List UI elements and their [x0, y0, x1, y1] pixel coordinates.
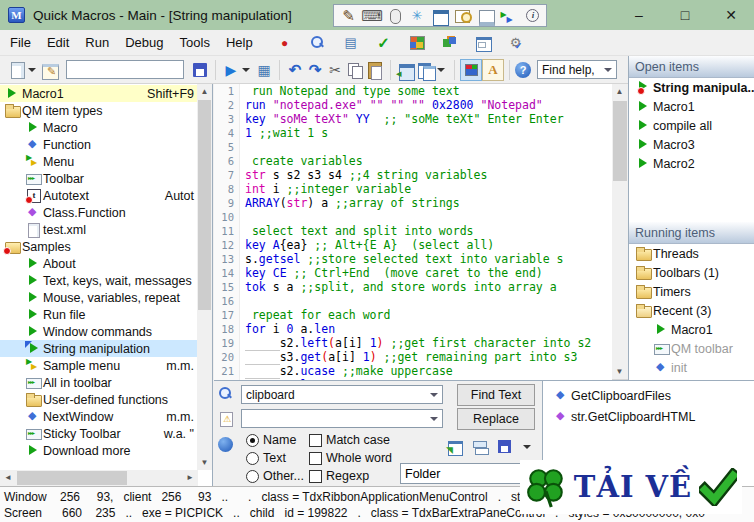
tree-item[interactable]: Run file — [0, 306, 197, 323]
scroll-down-icon[interactable]: ▼ — [612, 364, 627, 379]
menu-file[interactable]: File — [2, 31, 39, 54]
tree-item[interactable]: Class.Function — [0, 204, 197, 221]
running-item[interactable]: QM toolbar — [629, 339, 754, 358]
radio-text[interactable]: Text — [246, 451, 286, 465]
code-line[interactable]: 12key A{ea} ;; Alt+{E A} (select all) — [214, 238, 612, 252]
code-line[interactable]: 6 create variables — [214, 154, 612, 168]
status-window-icon[interactable] — [476, 7, 496, 24]
record-icon[interactable] — [277, 35, 293, 50]
code-line[interactable]: 15tok s a ;;split, and store words into … — [214, 280, 612, 294]
tree-item[interactable]: Text, keys, wait, messages — [0, 272, 197, 289]
new-item-dropdown-icon[interactable] — [28, 68, 36, 72]
redo-icon[interactable] — [305, 61, 325, 79]
code-line[interactable]: 10 — [214, 210, 612, 224]
open-item[interactable]: compile all — [629, 116, 754, 135]
open-item[interactable]: Macro1 — [629, 97, 754, 116]
code-line[interactable]: 5 — [214, 140, 612, 154]
tree-item[interactable]: Window commands — [0, 323, 197, 340]
tree-item[interactable]: String manipulation — [0, 340, 197, 357]
tree-item[interactable]: Mouse, variables, repeat — [0, 289, 197, 306]
tree-item[interactable]: Sticky Toolbarw.a. " — [0, 425, 197, 442]
running-item[interactable]: Macro1 — [629, 320, 754, 339]
busy-icon[interactable] — [407, 7, 427, 24]
save-icon[interactable] — [190, 61, 210, 79]
panes-icon[interactable] — [471, 439, 489, 455]
search-combo[interactable]: clipboard — [241, 385, 443, 404]
code-line[interactable]: 18for i 0 a.len — [214, 322, 612, 336]
open-item[interactable]: String manipula... — [629, 78, 754, 97]
menu-tools[interactable]: Tools — [172, 31, 218, 54]
running-item[interactable]: Toolbars (1) — [629, 263, 754, 282]
tree-item[interactable]: test.xml — [0, 221, 197, 238]
scroll-down-icon[interactable]: ▼ — [197, 455, 212, 470]
code-editor[interactable]: 1 run Notepad and type some text2run "no… — [214, 84, 612, 380]
find-text-button[interactable]: Find Text — [457, 384, 535, 406]
scroll-up-icon[interactable]: ▲ — [197, 84, 212, 99]
running-item[interactable]: Threads — [629, 244, 754, 263]
code-line[interactable]: 16 — [214, 294, 612, 308]
radio-other[interactable]: Other... — [246, 469, 304, 483]
tip-icon[interactable] — [521, 7, 541, 24]
scroll-right-icon[interactable]: ► — [182, 470, 198, 486]
scroll-up-icon[interactable]: ▲ — [612, 84, 627, 99]
find-help-icon[interactable] — [218, 437, 233, 452]
code-line[interactable]: 14key CE ;; Ctrl+End (move caret to the … — [214, 266, 612, 280]
replace-combo[interactable] — [241, 409, 443, 428]
item-filter-input[interactable] — [66, 60, 184, 79]
shapes-icon[interactable] — [442, 35, 458, 50]
keyboard-icon[interactable] — [361, 7, 381, 24]
dialog-icon[interactable] — [475, 35, 491, 50]
items-tree-panel[interactable]: Macro1Shift+F9QM item typesMacroFunction… — [0, 84, 213, 486]
goto-previous-icon[interactable] — [396, 61, 416, 79]
menus-icon[interactable] — [499, 7, 519, 24]
code-line[interactable]: 2run "notepad.exe" "" "" "" 0x2800 "Note… — [214, 98, 612, 112]
menu-run[interactable]: Run — [77, 31, 117, 54]
check-icon[interactable] — [376, 35, 392, 50]
minimize-button[interactable]: – — [616, 0, 662, 30]
window-icon[interactable] — [430, 7, 450, 24]
code-line[interactable]: 3key "soMe teXt" YY ;; "soMe teXt" Enter… — [214, 112, 612, 126]
tree-item[interactable]: NextWindowm.m. — [0, 408, 197, 425]
fields-icon[interactable] — [343, 35, 359, 50]
paste-icon[interactable] — [365, 61, 385, 79]
copy-icon[interactable] — [345, 61, 365, 79]
scrollbar-thumb[interactable] — [613, 101, 627, 181]
function-item[interactable]: GetClipboardFiles — [543, 385, 754, 406]
new-item-icon[interactable] — [7, 61, 27, 79]
compile-icon[interactable] — [254, 61, 274, 79]
tree-vertical-scrollbar[interactable]: ▲ ▼ — [197, 84, 212, 470]
tree-item[interactable]: Macro1Shift+F9 — [0, 85, 197, 102]
tree-item[interactable]: Macro — [0, 119, 197, 136]
tree-item[interactable]: All in toolbar — [0, 374, 197, 391]
tree-item[interactable]: Sample menum.m. — [0, 357, 197, 374]
run-icon[interactable] — [221, 61, 241, 79]
cut-icon[interactable] — [325, 61, 345, 79]
search-icon[interactable] — [310, 35, 326, 50]
tree-item[interactable]: Function — [0, 136, 197, 153]
running-item[interactable]: Timers — [629, 282, 754, 301]
find-icon[interactable] — [218, 386, 235, 402]
menu-help[interactable]: Help — [218, 31, 261, 54]
mouse-icon[interactable] — [384, 7, 404, 24]
windows-icon[interactable] — [416, 61, 436, 79]
tree-horizontal-scrollbar[interactable]: ◄ ► — [0, 470, 198, 486]
undo-icon[interactable] — [285, 61, 305, 79]
check-match-case[interactable]: Match case — [309, 433, 390, 447]
scrollbar-thumb[interactable] — [198, 100, 211, 310]
folder-input[interactable] — [400, 463, 540, 484]
code-line[interactable]: 13s.getsel ;;store selected text into va… — [214, 252, 612, 266]
menu-debug[interactable]: Debug — [117, 31, 171, 54]
code-line[interactable]: 1 run Notepad and type some text — [214, 84, 612, 98]
properties-icon[interactable] — [40, 61, 60, 79]
windows-dropdown-icon[interactable] — [437, 68, 445, 72]
radio-name[interactable]: Name — [246, 433, 296, 447]
tree-item[interactable]: Download more — [0, 442, 197, 459]
menu-edit[interactable]: Edit — [39, 31, 77, 54]
tree-item[interactable]: User-defined functions — [0, 391, 197, 408]
replace-in-files-icon[interactable] — [218, 411, 235, 427]
open-found-icon[interactable] — [446, 439, 464, 455]
running-item[interactable]: init — [629, 358, 754, 377]
find-help-combo[interactable]: Find help, — [537, 60, 617, 79]
replace-button[interactable]: Replace — [457, 408, 535, 430]
code-line[interactable]: 20 s3.get(a[i] 1) ;;get remaining part i… — [214, 350, 612, 364]
